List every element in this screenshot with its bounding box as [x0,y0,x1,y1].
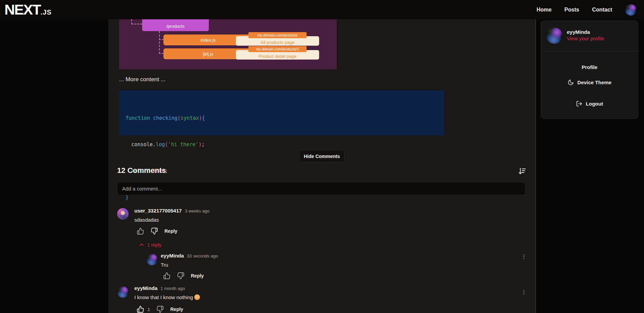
post-code-block: function checking(syntax){ console.log('… [119,90,444,135]
profile-panel-avatar[interactable] [546,27,562,44]
replies-toggle[interactable]: 1 reply [139,242,161,248]
replies-toggle-label: 1 reply [147,242,161,248]
code-line: function checking(syntax){ [126,114,444,122]
like-icon[interactable] [137,227,144,235]
comment-actions: 1 Reply [137,306,183,313]
view-profile-link[interactable]: View your profile [567,36,604,41]
menu-item-device-theme[interactable]: Device Theme [541,79,638,86]
like-icon[interactable] [163,272,171,280]
dislike-icon[interactable] [177,272,184,280]
code-token: 'hi there' [168,141,198,148]
nav-link-posts[interactable]: Posts [564,7,579,13]
post-more-content-text: ... More content ... [119,76,165,83]
scrollbar-track[interactable] [535,19,536,313]
reply-button[interactable]: Reply [164,228,177,234]
diagram-url-label: my-domain.com/products/1 [248,46,307,52]
sort-comments-icon[interactable] [518,167,527,176]
code-token: log [156,141,165,148]
comment-header: eyyMinda 1 month ago [134,285,185,291]
diagram-connector [159,39,163,40]
comment-options-kebab-icon[interactable] [520,253,527,261]
comment-text-body: I know that I know nothing [134,294,193,300]
reply-timestamp: 33 seconds ago [187,253,218,259]
code-token: . [153,141,156,148]
code-token: ) [199,115,202,121]
code-token: console [131,141,153,148]
post-content-column: /products index.js my-domain.com/product… [108,19,535,313]
profile-panel-username: eyyMinda [567,29,590,35]
exploding-head-emoji: 🤯 [194,294,200,300]
navbar-links: Home Posts Contact [536,4,644,16]
comment-actions: Reply [137,227,177,235]
diagram-root-node: /products [142,19,209,31]
code-token: ) [199,141,202,148]
add-comment-input[interactable] [117,182,526,195]
moon-icon [568,79,574,86]
profile-dropdown-panel: eyyMinda View your profile Profile Devic… [541,21,638,119]
dislike-icon[interactable] [151,227,158,235]
code-line: return true; [126,166,444,175]
logo-suffix: .JS [41,8,52,16]
code-token: syntax [181,115,199,121]
code-token: checking [153,115,177,121]
chevron-up-icon [139,242,145,248]
comments-count-heading: 12 Comments [117,166,166,175]
code-token: { [202,115,205,121]
comment-options-kebab-icon[interactable] [520,288,527,296]
comment-header: user_332177005417 3 weeks ago [134,208,209,214]
top-navbar: NEXT .JS Home Posts Contact [0,0,644,19]
code-line: console.log('hi there'); [126,140,444,149]
post-diagram-image: /products index.js my-domain.com/product… [119,19,337,69]
dislike-icon[interactable] [156,306,164,313]
comment-timestamp: 3 weeks ago [185,208,209,214]
comment-author[interactable]: eyyMinda [134,285,157,291]
like-icon[interactable] [137,306,144,313]
comment-text: I know that I know nothing🤯 [134,294,200,300]
reply-avatar[interactable] [146,254,158,265]
reply-header: eyyMinda 33 seconds ago [161,253,218,259]
diagram-connector [159,31,160,54]
reply-author[interactable]: eyyMinda [161,253,184,259]
profile-menu-label: Profile [582,64,598,70]
navbar-user-avatar[interactable] [625,4,637,16]
comment-text: sdasdadas [134,217,159,223]
logo-text: NEXT [4,2,41,17]
panel-divider [541,51,638,51]
code-token: function [126,115,153,121]
menu-item-profile[interactable]: Profile [541,64,638,70]
logout-label: Logout [586,101,603,107]
comment-timestamp: 1 month ago [160,286,185,291]
hide-comments-button[interactable]: Hide Comments [299,150,345,162]
diagram-connector [131,24,142,24]
reply-button[interactable]: Reply [170,307,183,312]
nextjs-logo[interactable]: NEXT .JS [0,2,52,17]
diagram-url-label: my-domain.com/products [248,32,307,38]
comment-author[interactable]: user_332177005417 [134,208,182,214]
comment-avatar[interactable] [117,286,129,298]
menu-item-logout[interactable]: Logout [541,100,638,107]
reply-text: Tru [161,262,168,268]
code-token: ; [202,141,205,148]
logout-icon [576,100,582,107]
reply-button[interactable]: Reply [191,273,204,278]
device-theme-label: Device Theme [577,80,612,85]
diagram-connector [159,53,163,54]
reply-actions: Reply [163,272,204,280]
code-token: ( [178,115,181,121]
nav-link-contact[interactable]: Contact [592,7,612,13]
nav-link-home[interactable]: Home [536,7,551,13]
like-count: 1 [148,307,150,312]
comment-avatar[interactable] [117,208,129,220]
